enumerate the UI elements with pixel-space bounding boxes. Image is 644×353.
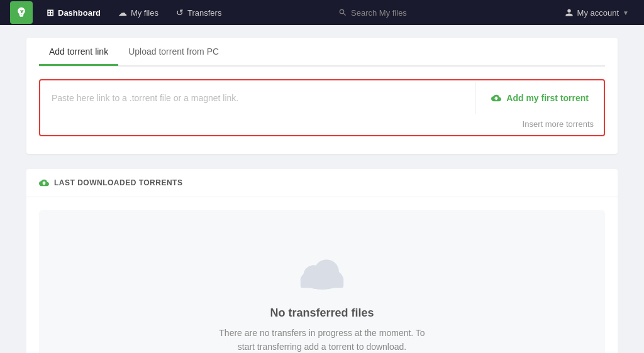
insert-more-area: Insert more torrents	[40, 116, 604, 135]
navbar: ⊞ Dashboard ☁ My files ↺ Transfers My ac…	[0, 0, 644, 25]
nav-dashboard[interactable]: ⊞ Dashboard	[38, 0, 109, 25]
add-first-torrent-button[interactable]: Add my first torrent	[475, 82, 604, 114]
section-cloud-icon	[39, 178, 49, 188]
last-downloaded-section: LAST DOWNLOADED TORRENTS No transferred …	[26, 169, 618, 353]
nav-transfers[interactable]: ↺ Transfers	[167, 0, 230, 25]
torrent-link-input[interactable]	[40, 80, 475, 116]
section-header: LAST DOWNLOADED TORRENTS	[26, 169, 618, 197]
search-area	[230, 8, 559, 18]
section-title: LAST DOWNLOADED TORRENTS	[54, 178, 182, 187]
account-menu[interactable]: My account ▼	[560, 8, 634, 18]
content-wrapper: Add torrent link Upload torrent from PC …	[26, 38, 618, 154]
empty-cloud-icon	[294, 247, 350, 291]
svg-rect-4	[301, 278, 343, 288]
tab-upload-torrent[interactable]: Upload torrent from PC	[118, 38, 229, 66]
transfers-icon: ↺	[176, 8, 184, 18]
empty-state: No transferred files There are no transf…	[39, 210, 605, 353]
search-icon	[338, 8, 347, 17]
input-row: Add my first torrent	[40, 80, 604, 116]
insert-more-link[interactable]: Insert more torrents	[523, 119, 594, 129]
cloud-upload-icon	[491, 93, 501, 103]
account-chevron-icon: ▼	[623, 9, 629, 16]
logo[interactable]	[10, 1, 33, 24]
tab-add-torrent-link[interactable]: Add torrent link	[39, 38, 118, 66]
search-box[interactable]	[338, 8, 452, 18]
search-input[interactable]	[351, 8, 452, 18]
dashboard-icon: ⊞	[47, 8, 54, 18]
torrent-input-card: Add my first torrent Insert more torrent…	[39, 79, 605, 136]
myfiles-icon: ☁	[118, 8, 127, 18]
nav-myfiles[interactable]: ☁ My files	[109, 0, 167, 25]
tabs: Add torrent link Upload torrent from PC	[39, 38, 605, 67]
account-label: My account	[577, 8, 619, 18]
account-icon	[565, 8, 574, 17]
empty-state-description: There are no transfers in progress at th…	[215, 326, 429, 353]
main-content: Add torrent link Upload torrent from PC …	[14, 25, 630, 353]
empty-state-title: No transferred files	[270, 307, 374, 320]
